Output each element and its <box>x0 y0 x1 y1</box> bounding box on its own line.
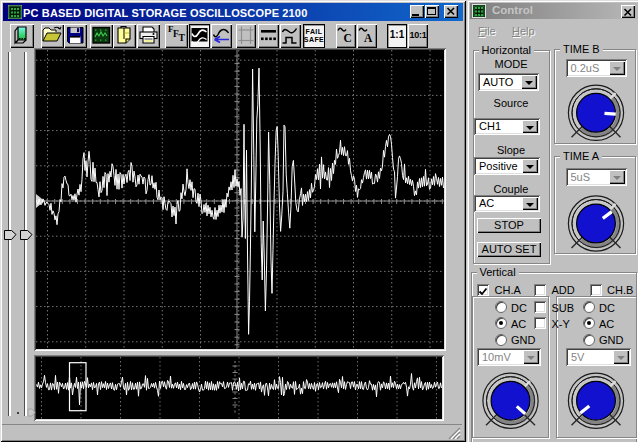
svg-text:C: C <box>344 32 352 44</box>
svg-text:A: A <box>364 32 373 44</box>
